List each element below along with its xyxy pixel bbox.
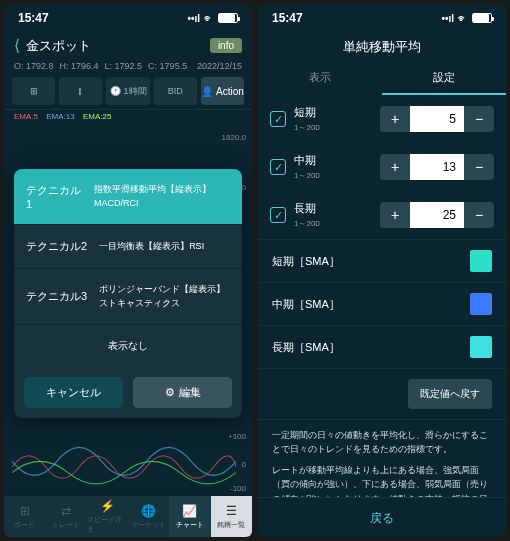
- info-button[interactable]: info: [210, 38, 242, 53]
- right-screen: 15:47 ••ıl ᯤ 単純移動平均 表示 設定 ✓ 短期1～200 + 5 …: [258, 4, 506, 537]
- status-icons: ••ıl ᯤ: [441, 13, 492, 24]
- page-title: 単純移動平均: [258, 32, 506, 62]
- battery-icon: [472, 13, 492, 23]
- action-button[interactable]: 👤Action: [201, 77, 244, 105]
- ema-25: EMA:25: [83, 112, 111, 121]
- plus-button[interactable]: +: [380, 202, 410, 228]
- tab-list[interactable]: ☰銘柄一覧: [211, 496, 252, 537]
- sma-label: 短期［SMA］: [272, 254, 340, 269]
- candle-icon: ⫿: [78, 86, 83, 96]
- tab-trade[interactable]: ⇄トレード: [45, 496, 86, 537]
- price-open: O: 1792.8: [14, 61, 54, 71]
- tab-market[interactable]: 🌐マーケット: [128, 496, 169, 537]
- period-label: 中期1～200: [294, 153, 372, 181]
- color-swatch[interactable]: [470, 250, 492, 272]
- checkbox-long[interactable]: ✓: [270, 207, 286, 223]
- header: ⟨ 金スポット info: [4, 32, 252, 59]
- ohlc-row: O: 1792.8 H: 1796.4 L: 1792.5 C: 1795.5 …: [4, 59, 252, 73]
- period-row-long: ✓ 長期1～200 + 25 −: [258, 191, 506, 239]
- tab-display[interactable]: 表示: [258, 62, 382, 95]
- back-icon[interactable]: ⟨: [14, 36, 20, 55]
- left-screen: 15:47 ••ıl ᯤ ⟨ 金スポット info O: 1792.8 H: 1…: [4, 4, 252, 537]
- price-close: C: 1795.5: [148, 61, 187, 71]
- option-label: テクニカル3: [26, 289, 87, 304]
- color-swatch[interactable]: [470, 293, 492, 315]
- wifi-icon: ᯤ: [204, 13, 214, 24]
- sma-label: 中期［SMA］: [272, 297, 340, 312]
- person-icon: 👤: [201, 86, 213, 97]
- cancel-button[interactable]: キャンセル: [24, 377, 123, 408]
- technical-option-3[interactable]: テクニカル3 ボリンジャーバンド【縦表示】 ストキャスティクス: [14, 269, 242, 325]
- plus-button[interactable]: +: [380, 106, 410, 132]
- sma-label: 長期［SMA］: [272, 340, 340, 355]
- sma-row-short[interactable]: 短期［SMA］: [258, 240, 506, 282]
- status-icons: ••ıl ᯤ: [187, 13, 238, 24]
- bottom-nav: ⊞ボード ⇄トレード ⚡スピード注文 🌐マーケット 📈チャート ☰銘柄一覧: [4, 495, 252, 537]
- technical-dialog: テクニカル1 指数平滑移動平均【縦表示】MACD/RCI テクニカル2 一目均衡…: [14, 169, 242, 418]
- period-row-short: ✓ 短期1～200 + 5 −: [258, 95, 506, 143]
- ema-13: EMA:13: [46, 112, 74, 121]
- technical-option-2[interactable]: テクニカル2 一目均衡表【縦表示】RSI: [14, 225, 242, 269]
- sma-row-mid[interactable]: 中期［SMA］: [258, 283, 506, 325]
- tab-row: 表示 設定: [258, 62, 506, 95]
- settings-scroll[interactable]: ✓ 短期1～200 + 5 − ✓ 中期1～200 + 13 − ✓ 長期1～2…: [258, 95, 506, 497]
- technical-option-none[interactable]: 表示なし: [14, 325, 242, 367]
- period-value[interactable]: 25: [410, 202, 464, 228]
- board-icon: ⊞: [20, 504, 30, 518]
- status-bar: 15:47 ••ıl ᯤ: [4, 4, 252, 32]
- tab-chart[interactable]: 📈チャート: [169, 496, 210, 537]
- osc-scale: 0: [242, 460, 246, 469]
- tab-settings[interactable]: 設定: [382, 62, 506, 95]
- status-time: 15:47: [18, 11, 49, 25]
- speed-icon: ⚡: [100, 499, 115, 513]
- minus-button[interactable]: −: [464, 202, 494, 228]
- bid-button[interactable]: BID: [154, 77, 197, 105]
- axis-label: 1820.0: [222, 133, 246, 142]
- toolbar: ⊞ ⫿ 🕐1時間 BID 👤Action: [4, 73, 252, 109]
- grid-button[interactable]: ⊞: [12, 77, 55, 105]
- reset-row: 既定値へ戻す: [258, 369, 506, 419]
- battery-icon: [218, 13, 238, 23]
- gear-icon: ⚙: [165, 386, 175, 399]
- tab-board[interactable]: ⊞ボード: [4, 496, 45, 537]
- period-value[interactable]: 13: [410, 154, 464, 180]
- ema-indicators: EMA:5 EMA:13 EMA:25: [4, 109, 252, 123]
- edit-button[interactable]: ⚙編集: [133, 377, 232, 408]
- checkbox-short[interactable]: ✓: [270, 111, 286, 127]
- option-value: 一目均衡表【縦表示】RSI: [99, 240, 204, 254]
- wifi-icon: ᯤ: [458, 13, 468, 24]
- dialog-footer: キャンセル ⚙編集: [14, 367, 242, 418]
- oscillator-chart: [12, 439, 236, 495]
- osc-scale: -100: [230, 484, 246, 493]
- checkbox-mid[interactable]: ✓: [270, 159, 286, 175]
- period-value[interactable]: 5: [410, 106, 464, 132]
- minus-button[interactable]: −: [464, 106, 494, 132]
- reset-button[interactable]: 既定値へ戻す: [408, 379, 492, 409]
- period-button[interactable]: 🕐1時間: [106, 77, 149, 105]
- sma-row-long[interactable]: 長期［SMA］: [258, 326, 506, 368]
- candle-button[interactable]: ⫿: [59, 77, 102, 105]
- trade-icon: ⇄: [61, 504, 71, 518]
- tab-speed[interactable]: ⚡スピード注文: [87, 496, 128, 537]
- desc-p2: レートが移動平均線よりも上にある場合、強気局面（買の傾向が強い）、下にある場合、…: [272, 463, 492, 497]
- plus-button[interactable]: +: [380, 154, 410, 180]
- status-time: 15:47: [272, 11, 303, 25]
- back-button[interactable]: 戻る: [370, 511, 394, 525]
- ema-5: EMA:5: [14, 112, 38, 121]
- price-high: H: 1796.4: [60, 61, 99, 71]
- status-bar: 15:47 ••ıl ᯤ: [258, 4, 506, 32]
- list-icon: ☰: [226, 504, 237, 518]
- minus-button[interactable]: −: [464, 154, 494, 180]
- description: 一定期間の日々の値動きを平均化し、滑らかにすることで日々のトレンドを見るための指…: [258, 419, 506, 497]
- technical-option-1[interactable]: テクニカル1 指数平滑移動平均【縦表示】MACD/RCI: [14, 169, 242, 225]
- period-label: 長期1～200: [294, 201, 372, 229]
- stepper-long: + 25 −: [380, 202, 494, 228]
- grid-icon: ⊞: [30, 86, 38, 96]
- chart-icon: 📈: [182, 504, 197, 518]
- option-label: テクニカル2: [26, 239, 87, 254]
- color-swatch[interactable]: [470, 336, 492, 358]
- option-value: 指数平滑移動平均【縦表示】MACD/RCI: [94, 183, 230, 210]
- clock-icon: 🕐: [110, 86, 121, 96]
- option-label: テクニカル1: [26, 183, 82, 210]
- signal-icon: ••ıl: [187, 13, 200, 24]
